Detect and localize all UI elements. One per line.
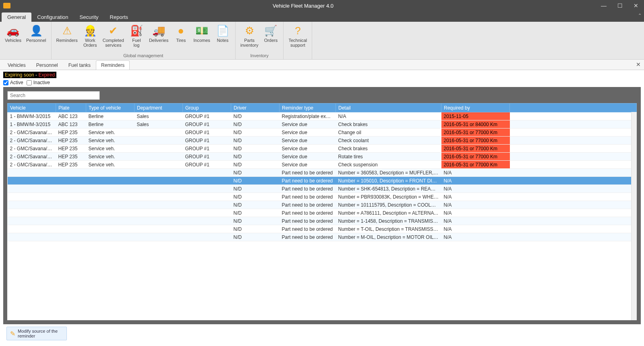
table-row[interactable]: 2 - GMC/Savana/20...HEP 235Service veh.G… [8,161,637,169]
minimize-button[interactable]: — [596,0,612,11]
column-header[interactable]: Required by [441,104,510,112]
table-row[interactable]: N/DPart need to be orderedNumber = PBR93… [8,193,637,201]
ribbon-expand-icon[interactable]: ⌃ [638,13,642,18]
tab-personnel[interactable]: Personnel [31,60,63,70]
inactive-label[interactable]: Inactive [33,80,50,85]
cell [135,209,183,217]
cell [510,153,637,161]
table-row[interactable]: N/DPart need to be orderedNumber = 10501… [8,177,637,185]
table-row[interactable]: N/DPart need to be orderedNumber = 10111… [8,201,637,209]
tires-button[interactable]: ●Tires [171,23,191,52]
tab-reminders[interactable]: Reminders [96,60,130,70]
cell: Part need to be ordered [280,225,336,233]
vehicles-button[interactable]: 🚗Vehicles [2,23,24,57]
tech-support-button[interactable]: ?Technicalsupport [286,23,309,57]
table-row[interactable]: 2 - GMC/Savana/20...HEP 235Service veh.G… [8,153,637,161]
ribbon-group: ?Technicalsupport [284,22,312,59]
close-button[interactable]: ✕ [628,0,644,11]
cell: HEP 235 [56,161,86,169]
cell: GROUP #1 [183,112,231,120]
table-row[interactable]: N/DPart need to be orderedNumber = T-OIL… [8,225,637,233]
note-icon: 📄 [216,24,229,37]
completed-services-button[interactable]: ✔Completedservices [100,23,126,52]
cell [135,201,183,209]
cell: Service veh. [86,137,135,145]
table-row[interactable]: N/DPart need to be orderedNumber = A7861… [8,209,637,217]
cell: N/A [441,177,510,185]
column-header[interactable]: Driver [231,104,280,112]
personnel-button[interactable]: 👤Personnel [24,23,49,57]
warning-icon: ⚠ [60,24,73,37]
cell: GROUP #1 [183,128,231,137]
reminders-button[interactable]: ⚠Reminders [54,23,80,52]
cell: Part need to be ordered [280,217,336,225]
notes-button[interactable]: 📄Notes [213,23,233,52]
ribbon-group: ⚠Reminders👷WorkOrders✔Completedservices⛽… [52,22,236,59]
cell [510,217,637,225]
column-header[interactable] [510,104,637,112]
column-header[interactable]: Plate [56,104,86,112]
cell: 1 - BMW/M-3/2015 [8,112,56,120]
menu-tab-reports[interactable]: Reports [104,12,134,22]
cell: GROUP #1 [183,153,231,161]
menu-tab-security[interactable]: Security [74,12,104,22]
table-row[interactable]: N/DPart need to be orderedNumber = 1-145… [8,217,637,225]
cell: N/A [441,225,510,233]
cell [8,193,56,201]
cell: N/D [231,217,280,225]
ribbon-button-label: Reminders [56,38,78,43]
table-row[interactable]: 2 - GMC/Savana/20...HEP 235Service veh.G… [8,137,637,145]
cell: Change oil [336,128,441,137]
cell: Number = M-OIL, Description = MOTOR OIL … [336,233,441,241]
cell: 2016-05-31 or 77000 Km [441,128,510,137]
cell: N/A [441,233,510,241]
column-header[interactable]: Vehicle [8,104,56,112]
tab-vehicles[interactable]: Vehicles [2,60,31,70]
filter-row: Active Inactive [3,80,641,85]
column-header[interactable]: Detail [336,104,441,112]
search-input[interactable] [7,91,100,100]
cell: Service veh. [86,128,135,137]
column-header[interactable]: Type of vehicle [86,104,135,112]
column-header[interactable]: Department [135,104,183,112]
cell: N/D [231,128,280,137]
active-checkbox[interactable] [3,80,8,85]
table-row[interactable]: 2 - GMC/Savana/20...HEP 235Service veh.G… [8,145,637,153]
ribbon-button-label: Personnel [26,38,46,43]
active-label[interactable]: Active [10,80,23,85]
menu-tab-general[interactable]: General [2,12,31,22]
table-row[interactable]: N/DPart need to be orderedNumber = 36056… [8,169,637,177]
cell: N/D [231,193,280,201]
inactive-checkbox[interactable] [27,80,32,85]
cell: Service due [280,161,336,169]
menu-tab-configuration[interactable]: Configuration [31,12,74,22]
vertical-scrollbar[interactable] [631,112,637,320]
money-icon: 💵 [195,24,208,37]
cell [86,177,135,185]
question-icon: ? [291,24,304,37]
modify-source-button[interactable]: ✎ Modify source of the reminder [6,327,67,340]
cell: N/D [231,177,280,185]
close-tab-icon[interactable]: ✕ [636,61,641,68]
cell: N/D [231,112,280,120]
column-header[interactable]: Reminder type [280,104,336,112]
work-orders-button[interactable]: 👷WorkOrders [80,23,100,52]
cell [183,233,231,241]
orders-button[interactable]: 🛒Orders [261,23,281,52]
cell [135,177,183,185]
parts-inventory-button[interactable]: ⚙Partsinventory [238,23,261,52]
table-row[interactable]: N/DPart need to be orderedNumber = SHK-6… [8,185,637,193]
cell: Service due [280,145,336,153]
cell: HEP 235 [56,145,86,153]
table-row[interactable]: 1 - BMW/M-3/2015ABC 123BerlineSalesGROUP… [8,120,637,128]
table-row[interactable]: 2 - GMC/Savana/20...HEP 235Service veh.G… [8,128,637,137]
table-row[interactable]: N/DPart need to be orderedNumber = M-OIL… [8,233,637,241]
column-header[interactable]: Group [183,104,231,112]
tab-fuel-tanks[interactable]: Fuel tanks [63,60,96,70]
table-row[interactable]: 1 - BMW/M-3/2015ABC 123BerlineSalesGROUP… [8,112,637,120]
maximize-button[interactable]: ☐ [612,0,628,11]
incomes-button[interactable]: 💵Incomes [191,23,213,52]
deliveries-button[interactable]: 🚚Deliveries [147,23,171,52]
cell: Part need to be ordered [280,201,336,209]
fuel-log-button[interactable]: ⛽Fuellog [126,23,147,52]
